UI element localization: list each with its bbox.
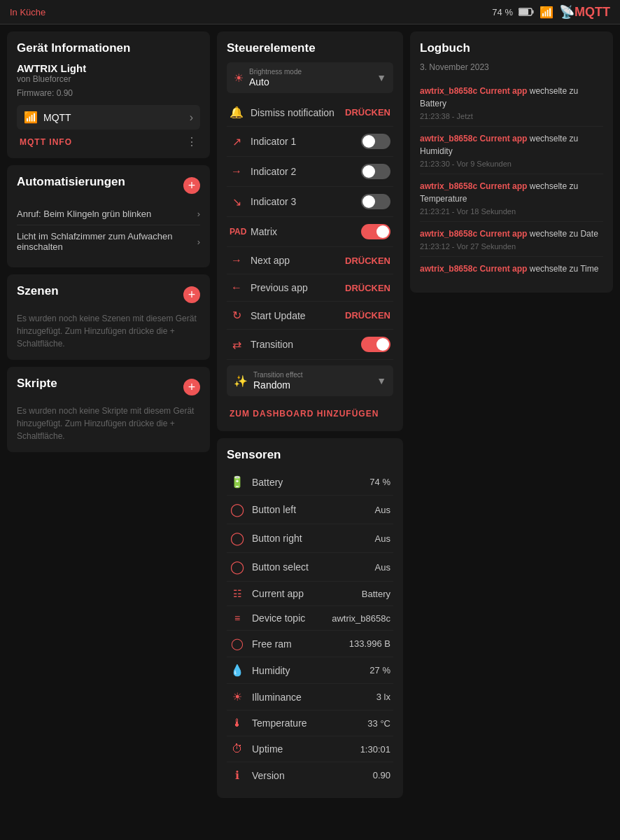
scenes-header: Szenen + (17, 284, 200, 305)
log-highlight: awtrix_b8658c Current app (420, 181, 527, 191)
automation-item-2[interactable]: Licht im Schlafzimmer zum Aufwachen eins… (17, 225, 200, 258)
device-topic-icon: ≡ (230, 612, 245, 624)
battery-icon (519, 8, 534, 16)
add-script-button[interactable]: + (183, 379, 200, 396)
transition-effect-value: Random (253, 379, 303, 391)
add-automation-button[interactable]: + (183, 177, 200, 194)
transition-effect-label: Transition effect (253, 371, 303, 379)
transition-effect-icon: ✨ (234, 374, 248, 388)
right-column: Logbuch 3. November 2023 awtrix_b8658c C… (410, 31, 613, 798)
dismiss-notification-button[interactable]: DRÜCKEN (345, 107, 390, 118)
control-start-update: ↻ Start Update DRÜCKEN (227, 302, 393, 330)
automations-panel: Automatisierungen + Anruf: Beim Klingeln… (7, 165, 210, 267)
humidity-icon: 💧 (230, 664, 245, 677)
scenes-panel: Szenen + Es wurden noch keine Szenen mit… (7, 274, 210, 360)
button-right-icon: ◯ (230, 531, 245, 546)
brightness-icon: ☀ (234, 71, 244, 85)
svg-rect-1 (533, 10, 534, 14)
battery-label: 74 % (492, 7, 513, 18)
brightness-value: Auto (249, 76, 302, 88)
control-dismiss-notification: 🔔 Dismiss notification DRÜCKEN (227, 99, 393, 127)
sensoren-title: Sensoren (227, 448, 393, 462)
sensor-device-topic: ≡ Device topic awtrix_b8658c (227, 606, 393, 631)
control-indicator-2: → Indicator 2 (227, 157, 393, 187)
log-entry-2: awtrix_b8658c Current app wechselte zu H… (420, 127, 603, 174)
firmware-label: Firmware: 0.90 (17, 88, 200, 98)
next-app-button[interactable]: DRÜCKEN (345, 255, 390, 266)
device-info-title: Gerät Informationen (17, 41, 200, 55)
transition-toggle[interactable] (361, 337, 390, 352)
mqtt-logo: 📡MQTT (559, 4, 610, 20)
previous-app-label: Previous app (251, 282, 308, 293)
control-next-app: → Next app DRÜCKEN (227, 247, 393, 274)
dismiss-notification-icon: 🔔 (230, 106, 244, 119)
sensor-humidity: 💧 Humidity 27 % (227, 657, 393, 684)
button-left-icon: ◯ (230, 502, 245, 517)
log-time: 21:23:12 - Vor 27 Sekunden (420, 242, 603, 251)
sensor-button-right: ◯ Button right Aus (227, 524, 393, 553)
transition-effect-dropdown[interactable]: ✨ Transition effect Random ▼ (227, 365, 393, 396)
wifi-icon: 📶 (540, 6, 554, 19)
automation-item-1[interactable]: Anruf: Beim Klingeln grün blinken › (17, 203, 200, 225)
log-time: 21:23:38 - Jetzt (420, 112, 603, 120)
chevron-right-icon: › (190, 111, 193, 124)
location-label: In Küche (10, 7, 45, 18)
device-name: AWTRIX Light (17, 62, 200, 74)
mqtt-row[interactable]: 📶 MQTT › (17, 105, 200, 130)
start-update-label: Start Update (251, 310, 306, 321)
sensor-illuminance: ☀ Illuminance 3 lx (227, 684, 393, 710)
control-transition: ⇄ Transition (227, 330, 393, 360)
sensor-button-left: ◯ Button left Aus (227, 496, 393, 524)
battery-sensor-icon: 🔋 (230, 475, 245, 489)
scripts-title: Skripte (17, 377, 57, 391)
log-highlight: awtrix_b8658c Current app (420, 134, 527, 144)
log-entry-5: awtrix_b8658c Current app wechselte zu T… (420, 257, 603, 283)
uptime-icon: ⏱ (230, 743, 245, 755)
previous-app-button[interactable]: DRÜCKEN (345, 283, 390, 293)
device-maker: von Blueforcer (17, 74, 200, 84)
log-entry-1: awtrix_b8658c Current app wechselte zu B… (420, 79, 603, 127)
scenes-empty-text: Es wurden noch keine Szenen mit diesem G… (17, 312, 200, 350)
chevron-right-icon: › (197, 237, 200, 247)
scripts-empty-text: Es wurden noch keine Skripte mit diesem … (17, 405, 200, 442)
log-text: wechselte zu Time (530, 264, 599, 274)
steuerelemente-panel: Steuerelemente ☀ Brightness mode Auto ▼ … (217, 31, 403, 431)
sensor-temperature: 🌡 Temperature 33 °C (227, 710, 393, 736)
indicator3-toggle[interactable] (361, 194, 390, 209)
previous-app-icon: ← (230, 281, 244, 294)
button-select-icon: ◯ (230, 559, 245, 575)
brightness-dropdown[interactable]: ☀ Brightness mode Auto ▼ (227, 62, 393, 93)
sensor-current-app: ☷ Current app Battery (227, 582, 393, 606)
log-entry-4: awtrix_b8658c Current app wechselte zu D… (420, 222, 603, 257)
matrix-toggle[interactable] (361, 224, 390, 239)
indicator2-label: Indicator 2 (251, 166, 296, 177)
control-indicator-1: ↗ Indicator 1 (227, 127, 393, 157)
transition-label: Transition (251, 339, 293, 350)
indicator3-icon: ↘ (230, 195, 244, 209)
transition-effect-arrow-icon: ▼ (376, 375, 386, 386)
sensor-free-ram: ◯ Free ram 133.996 B (227, 631, 393, 657)
transition-icon: ⇄ (230, 338, 244, 351)
sensoren-panel: Sensoren 🔋 Battery 74 % ◯ Button left Au… (217, 438, 403, 798)
add-dashboard-button[interactable]: ZUM DASHBOARD HINZUFÜGEN (227, 402, 381, 421)
log-time: 21:23:30 - Vor 9 Sekunden (420, 160, 603, 168)
middle-column: Steuerelemente ☀ Brightness mode Auto ▼ … (217, 31, 403, 798)
mqtt-info-button[interactable]: MQTT INFO (20, 137, 72, 147)
scenes-title: Szenen (17, 284, 59, 298)
indicator1-label: Indicator 1 (251, 136, 296, 147)
sensor-uptime: ⏱ Uptime 1:30:01 (227, 736, 393, 762)
automations-title: Automatisierungen (17, 175, 125, 189)
sensor-button-select: ◯ Button select Aus (227, 553, 393, 582)
indicator1-toggle[interactable] (361, 134, 390, 149)
start-update-button[interactable]: DRÜCKEN (345, 310, 390, 321)
add-scene-button[interactable]: + (183, 286, 200, 303)
topbar-right: 74 % 📶 📡MQTT (492, 4, 610, 20)
dropdown-arrow-icon: ▼ (376, 72, 386, 83)
control-previous-app: ← Previous app DRÜCKEN (227, 274, 393, 302)
dismiss-notification-label: Dismiss notification (251, 107, 334, 118)
start-update-icon: ↻ (230, 309, 244, 322)
more-options-button[interactable]: ⋮ (186, 135, 197, 148)
log-highlight: awtrix_b8658c Current app (420, 86, 527, 96)
free-ram-icon: ◯ (230, 637, 245, 650)
indicator2-toggle[interactable] (361, 164, 390, 179)
